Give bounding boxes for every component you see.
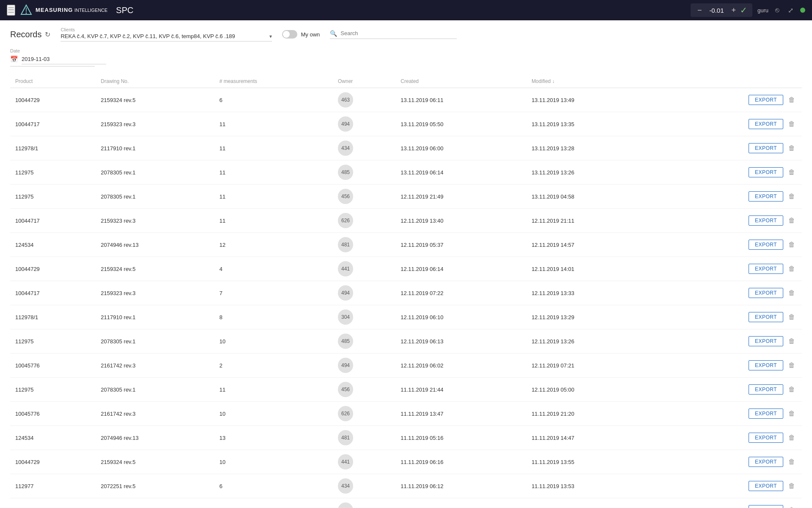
col-created: Created (395, 75, 527, 88)
cell-drawing-no: 2159323 rev.3 (96, 209, 214, 233)
cell-drawing-no: 2078305 rev.1 (96, 185, 214, 209)
cell-product: 10044717 (10, 209, 96, 233)
app-name: SPC (116, 6, 133, 15)
check-button[interactable]: ✓ (740, 5, 747, 15)
records-table: Product Drawing No. # measurements Owner… (10, 75, 802, 508)
cell-created: 13.11.2019 06:11 (395, 88, 527, 112)
cell-created: 12.11.2019 06:10 (395, 305, 527, 329)
table-body: 10044729 2159324 rev.5 6 463 13.11.2019 … (10, 88, 802, 508)
cell-drawing-no: 2078305 rev.1 (96, 329, 214, 353)
delete-button[interactable]: 🗑 (787, 94, 797, 105)
cell-measurements: 2 (214, 353, 333, 378)
table-row: 112975 2078305 rev.1 11 456 11.11.2019 2… (10, 378, 802, 402)
export-button[interactable]: EXPORT (749, 95, 783, 105)
delete-button[interactable]: 🗑 (787, 408, 797, 419)
export-button[interactable]: EXPORT (749, 481, 783, 491)
value-display: -0.01 (706, 7, 727, 14)
cell-product: 124534 (10, 426, 96, 450)
cell-owner: 626 (333, 402, 395, 426)
delete-button[interactable]: 🗑 (787, 215, 797, 226)
cell-measurements: 7 (214, 281, 333, 305)
export-button[interactable]: EXPORT (749, 360, 783, 370)
records-title-area: Records ↻ (10, 30, 50, 39)
export-button[interactable]: EXPORT (749, 457, 783, 467)
table-row: 10044717 2159323 rev.3 11 494 13.11.2019… (10, 112, 802, 136)
export-button[interactable]: EXPORT (749, 433, 783, 443)
brand-text: MEASURING INTELLIGENCE (36, 7, 107, 13)
export-button[interactable]: EXPORT (749, 384, 783, 395)
clients-dropdown-arrow[interactable]: ▾ (269, 33, 272, 39)
search-input[interactable] (340, 30, 446, 36)
export-button[interactable]: EXPORT (749, 312, 783, 322)
my-own-toggle[interactable] (282, 30, 297, 39)
cell-created: 13.11.2019 06:14 (395, 160, 527, 185)
owner-badge: 481 (338, 430, 353, 445)
cell-product: 10044729 (10, 450, 96, 474)
delete-button[interactable]: 🗑 (787, 360, 797, 371)
export-button[interactable]: EXPORT (749, 505, 783, 508)
export-button[interactable]: EXPORT (749, 264, 783, 274)
table-row: 112978/1 2117910 rev.1 8 304 12.11.2019 … (10, 305, 802, 329)
export-button[interactable]: EXPORT (749, 143, 783, 153)
delete-button[interactable]: 🗑 (787, 167, 797, 178)
export-button[interactable]: EXPORT (749, 288, 783, 298)
cell-drawing-no: 2117910 rev.1 (96, 136, 214, 160)
export-button[interactable]: EXPORT (749, 191, 783, 202)
cell-owner: 481 (333, 426, 395, 450)
cell-modified: 12.11.2019 21:11 (527, 209, 658, 233)
refresh-button[interactable]: ↻ (45, 30, 50, 39)
plus-button[interactable]: + (730, 6, 738, 15)
delete-button[interactable]: 🗑 (787, 505, 797, 508)
export-button[interactable]: EXPORT (749, 336, 783, 346)
cell-measurements: 11 (214, 136, 333, 160)
export-button[interactable]: EXPORT (749, 167, 783, 177)
export-button[interactable]: EXPORT (749, 119, 783, 129)
menu-icon[interactable]: ☰ (7, 5, 15, 16)
delete-button[interactable]: 🗑 (787, 456, 797, 467)
minus-button[interactable]: − (696, 6, 704, 15)
delete-button[interactable]: 🗑 (787, 312, 797, 323)
delete-button[interactable]: 🗑 (787, 191, 797, 202)
delete-button[interactable]: 🗑 (787, 336, 797, 347)
delete-button[interactable]: 🗑 (787, 287, 797, 298)
delete-button[interactable]: 🗑 (787, 432, 797, 443)
table-header: Product Drawing No. # measurements Owner… (10, 75, 802, 88)
cell-modified: 13.11.2019 04:58 (527, 185, 658, 209)
cell-drawing-no: 2078305 rev.1 (96, 378, 214, 402)
cell-modified: 12.11.2019 14:01 (527, 257, 658, 281)
export-button[interactable]: EXPORT (749, 409, 783, 419)
cell-drawing-no: 2074946 rev.13 (96, 233, 214, 257)
brand-sub: INTELLIGENCE (74, 8, 107, 13)
delete-button[interactable]: 🗑 (787, 384, 797, 395)
search-icon: 🔍 (330, 30, 337, 37)
cell-owner: 485 (333, 160, 395, 185)
value-control: − -0.01 + ✓ (691, 3, 752, 17)
table-row: 10045776 2161742 rev.3 2 494 12.11.2019 … (10, 353, 802, 378)
expand-icon[interactable]: ⤢ (786, 5, 795, 16)
login-icon[interactable]: ⎋ (774, 5, 781, 16)
cell-measurements: 8 (214, 305, 333, 329)
delete-button[interactable]: 🗑 (787, 119, 797, 130)
cell-actions: EXPORT 🗑 (657, 450, 802, 474)
export-button[interactable]: EXPORT (749, 240, 783, 250)
delete-button[interactable]: 🗑 (787, 480, 797, 491)
cell-owner: 434 (333, 474, 395, 498)
cell-actions: EXPORT 🗑 (657, 305, 802, 329)
cell-measurements: 11 (214, 209, 333, 233)
cell-drawing-no: 2117910 rev.1 (96, 305, 214, 329)
cell-measurements: 10 (214, 450, 333, 474)
delete-button[interactable]: 🗑 (787, 239, 797, 250)
owner-badge: 463 (338, 92, 353, 108)
delete-button[interactable]: 🗑 (787, 263, 797, 274)
table-row: 10044729 2159324 rev.5 6 463 13.11.2019 … (10, 88, 802, 112)
cell-owner: 456 (333, 185, 395, 209)
table-row: 112977 2072251 rev.5 6 434 11.11.2019 06… (10, 474, 802, 498)
col-drawing-no: Drawing No. (96, 75, 214, 88)
col-owner: Owner (333, 75, 395, 88)
cell-modified: 11.11.2019 21:20 (527, 402, 658, 426)
cell-measurements: 10 (214, 329, 333, 353)
clients-label: Clients (60, 27, 272, 32)
export-button[interactable]: EXPORT (749, 215, 783, 226)
date-input[interactable] (22, 54, 106, 64)
delete-button[interactable]: 🗑 (787, 143, 797, 154)
